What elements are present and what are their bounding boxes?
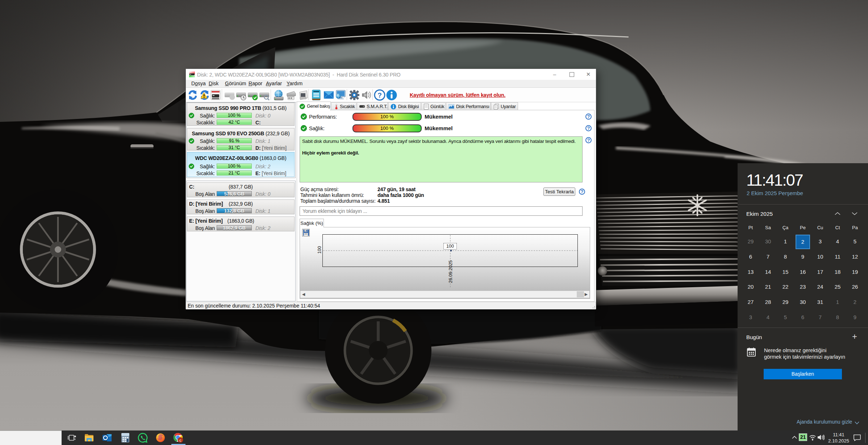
svg-text:?: ?: [377, 91, 382, 99]
svg-text:c: c: [179, 438, 181, 442]
